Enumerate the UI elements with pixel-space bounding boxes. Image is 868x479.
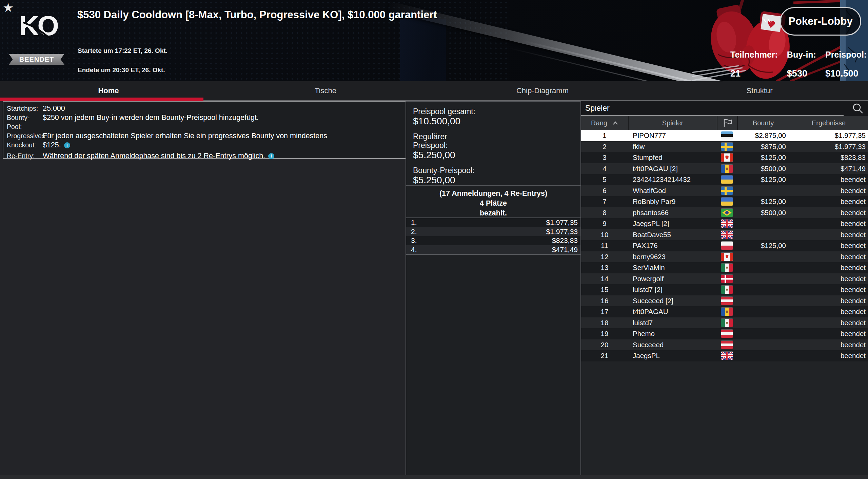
- poker-lobby-button[interactable]: Poker-Lobby: [780, 7, 861, 36]
- player-row[interactable]: 21JaegsPLbeendet: [581, 350, 868, 361]
- player-row[interactable]: 15luistd7 [2]beendet: [581, 284, 868, 295]
- player-rank: 7: [581, 197, 628, 206]
- player-row[interactable]: 20Succeeedbeendet: [581, 339, 868, 351]
- player-row[interactable]: 2fkiw$875,00$1.977,33: [581, 141, 868, 152]
- player-result: beendet: [789, 275, 868, 283]
- player-row[interactable]: 19Phemobeendet: [581, 328, 868, 339]
- player-flag-ukraine: [717, 197, 737, 206]
- player-result: beendet: [789, 297, 868, 305]
- player-result: $471,49: [789, 165, 868, 173]
- tab-tische[interactable]: Tische: [217, 81, 434, 100]
- player-result: $1.977,33: [789, 143, 868, 151]
- active-tab-underline: [0, 98, 203, 101]
- player-row[interactable]: 7RoBnbly Par9$125,00beendet: [581, 196, 868, 207]
- player-result: beendet: [789, 231, 868, 239]
- tournament-header: ★ KO BEENDET $530 Daily Cooldown [8-Max,…: [0, 0, 868, 81]
- column-header-results[interactable]: Ergebnisse: [789, 116, 868, 130]
- canada-flag-icon: [721, 253, 733, 261]
- player-row[interactable]: 1PIPON777$2.875,00$1.977,35: [581, 130, 868, 141]
- info-label: Bounty-Pool:: [7, 113, 43, 131]
- info-icon[interactable]: i: [64, 142, 70, 148]
- player-row[interactable]: 17t4t0PAGAUbeendet: [581, 306, 868, 317]
- tournament-title: $530 Daily Cooldown [8-Max, Turbo, Progr…: [77, 9, 437, 21]
- entries-summary: (17 Anmeldungen, 4 Re-Entrys)4 Plätzebez…: [406, 186, 580, 218]
- player-result: beendet: [789, 319, 868, 327]
- player-result: beendet: [789, 253, 868, 261]
- player-rank: 14: [581, 275, 628, 283]
- player-bounty: $125,00: [737, 197, 789, 206]
- info-icon[interactable]: i: [268, 153, 274, 159]
- player-row[interactable]: 8phsantos66$500,00beendet: [581, 207, 868, 218]
- player-row[interactable]: 3Stumpfed$125,00$823,83: [581, 152, 868, 163]
- player-flag-uk: [717, 352, 737, 360]
- player-name: Stumpfed: [628, 153, 717, 162]
- player-bounty: $2.875,00: [737, 131, 789, 140]
- tournament-lobby-window: ★ KO BEENDET $530 Daily Cooldown [8-Max,…: [0, 0, 868, 479]
- info-text: Während der späten Anmeldephase sind bis…: [43, 151, 406, 161]
- column-header-player[interactable]: Spieler: [628, 116, 717, 130]
- player-flag-uk: [717, 220, 737, 228]
- payout-row: 1.$1.977,35: [406, 218, 580, 227]
- pool-value: $10.500,00: [413, 116, 580, 126]
- player-name: 234241234214432: [628, 175, 717, 184]
- stat-value: 21: [730, 69, 778, 78]
- player-rank: 20: [581, 341, 628, 349]
- status-badge: BEENDET: [9, 54, 64, 65]
- player-row[interactable]: 18luistd7beendet: [581, 317, 868, 329]
- payout-place: 4.: [406, 246, 417, 254]
- player-row[interactable]: 6WhatIfGodbeendet: [581, 185, 868, 196]
- player-name: PAX176: [628, 242, 717, 250]
- bottom-edge-strip: [0, 475, 868, 479]
- player-row[interactable]: 10BoatDave55beendet: [581, 229, 868, 241]
- sweden-flag-icon: [721, 187, 733, 195]
- column-header-rank[interactable]: Rang: [581, 116, 628, 130]
- tab-chip-diagramm[interactable]: Chip-Diagramm: [434, 81, 651, 100]
- mexico-flag-icon: [721, 264, 733, 272]
- player-bounty: $125,00: [737, 175, 789, 184]
- payout-amount: $471,49: [552, 246, 580, 254]
- player-row[interactable]: 4t4t0PAGAU [2]$500,00$471,49: [581, 163, 868, 174]
- column-header-flag[interactable]: [717, 116, 737, 130]
- player-result: beendet: [789, 209, 868, 217]
- player-row[interactable]: 11PAX176$125,00beendet: [581, 240, 868, 251]
- stat-value: $10.500: [825, 69, 867, 78]
- payout-place: 1.: [406, 218, 417, 227]
- player-row[interactable]: 9JaegsPL [2]beendet: [581, 218, 868, 229]
- player-row[interactable]: 14Powergolfbeendet: [581, 273, 868, 285]
- player-rank: 9: [581, 220, 628, 228]
- payout-row: 3.$823,83: [406, 236, 580, 245]
- player-row[interactable]: 13SerVlaMinbeendet: [581, 262, 868, 273]
- player-flag-austria: [717, 330, 737, 338]
- uk-flag-icon: [721, 231, 733, 239]
- players-panel: Spieler Rang Spieler Bounty Erge: [581, 101, 868, 479]
- stat-label: Preispool:: [825, 50, 867, 59]
- player-row[interactable]: 12berny9623beendet: [581, 251, 868, 263]
- player-result: beendet: [789, 187, 868, 195]
- player-rank: 6: [581, 187, 628, 195]
- info-row: Bounty-Pool:$250 von jedem Buy-in werden…: [7, 113, 406, 131]
- player-flag-mexico: [717, 264, 737, 272]
- player-row[interactable]: 5234241234214432$125,00beendet: [581, 174, 868, 185]
- tab-struktur[interactable]: Struktur: [651, 81, 868, 100]
- player-result: beendet: [789, 352, 868, 360]
- uk-flag-icon: [721, 352, 733, 360]
- player-name: PIPON777: [628, 131, 717, 140]
- player-flag-poland: [717, 242, 737, 250]
- player-result: $1.977,35: [789, 131, 868, 140]
- player-rank: 17: [581, 308, 628, 316]
- info-text: $250 von jedem Buy-in werden dem Bounty-…: [43, 113, 406, 131]
- austria-flag-icon: [721, 330, 733, 338]
- favorite-star-icon[interactable]: ★: [3, 1, 14, 15]
- player-result: beendet: [789, 286, 868, 294]
- player-name: SerVlaMin: [628, 264, 717, 272]
- player-bounty: $875,00: [737, 143, 789, 151]
- column-header-bounty[interactable]: Bounty: [737, 116, 789, 130]
- player-result: beendet: [789, 341, 868, 349]
- search-icon[interactable]: [852, 102, 864, 116]
- player-name: WhatIfGod: [628, 187, 717, 195]
- lobby-content: Startchips:25.000Bounty-Pool:$250 von je…: [0, 101, 868, 479]
- uk-flag-icon: [721, 220, 733, 228]
- player-row[interactable]: 16Succeeed [2]beendet: [581, 295, 868, 307]
- player-rank: 12: [581, 253, 628, 261]
- player-name: BoatDave55: [628, 231, 717, 239]
